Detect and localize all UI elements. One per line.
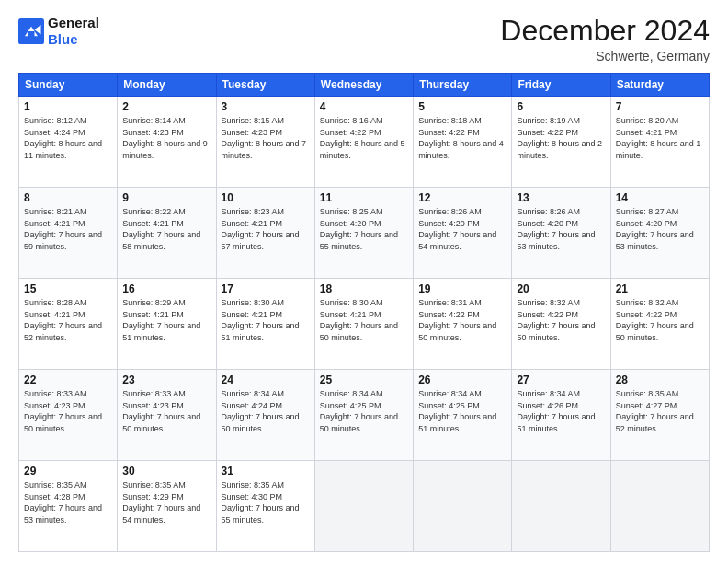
- calendar-day-cell: 10Sunrise: 8:23 AMSunset: 4:21 PMDayligh…: [216, 188, 314, 279]
- calendar-day-cell: 24Sunrise: 8:34 AMSunset: 4:24 PMDayligh…: [216, 370, 314, 461]
- calendar-day-cell: 25Sunrise: 8:34 AMSunset: 4:25 PMDayligh…: [314, 370, 413, 461]
- weekday-header: SundayMondayTuesdayWednesdayThursdayFrid…: [19, 74, 710, 97]
- day-info: Sunrise: 8:26 AMSunset: 4:20 PMDaylight:…: [418, 206, 506, 252]
- day-info: Sunrise: 8:35 AMSunset: 4:28 PMDaylight:…: [24, 479, 112, 525]
- day-number: 24: [222, 373, 310, 386]
- logo: General Blue: [18, 15, 99, 48]
- calendar-day-cell: 26Sunrise: 8:34 AMSunset: 4:25 PMDayligh…: [414, 370, 512, 461]
- weekday-header-cell: Friday: [512, 74, 610, 97]
- day-number: 8: [24, 191, 112, 204]
- day-info: Sunrise: 8:35 AMSunset: 4:30 PMDaylight:…: [222, 479, 310, 525]
- day-info: Sunrise: 8:29 AMSunset: 4:21 PMDaylight:…: [122, 297, 210, 343]
- calendar-day-cell: [314, 461, 413, 552]
- calendar-day-cell: 19Sunrise: 8:31 AMSunset: 4:22 PMDayligh…: [414, 279, 512, 370]
- day-number: 1: [24, 100, 112, 113]
- day-number: 9: [122, 191, 210, 204]
- day-info: Sunrise: 8:15 AMSunset: 4:23 PMDaylight:…: [222, 115, 310, 161]
- day-number: 20: [517, 282, 605, 295]
- day-number: 4: [320, 100, 408, 113]
- logo-text: General Blue: [48, 15, 99, 48]
- day-number: 15: [24, 282, 112, 295]
- day-info: Sunrise: 8:34 AMSunset: 4:25 PMDaylight:…: [418, 388, 506, 434]
- calendar-day-cell: 7Sunrise: 8:20 AMSunset: 4:21 PMDaylight…: [610, 97, 709, 188]
- calendar-day-cell: 1Sunrise: 8:12 AMSunset: 4:24 PMDaylight…: [19, 97, 118, 188]
- day-info: Sunrise: 8:16 AMSunset: 4:22 PMDaylight:…: [320, 115, 408, 161]
- page: General Blue December 2024 Schwerte, Ger…: [0, 0, 728, 563]
- calendar-day-cell: 9Sunrise: 8:22 AMSunset: 4:21 PMDaylight…: [118, 188, 216, 279]
- calendar-week-row: 1Sunrise: 8:12 AMSunset: 4:24 PMDaylight…: [19, 97, 710, 188]
- day-number: 14: [616, 191, 704, 204]
- day-number: 18: [320, 282, 408, 295]
- day-info: Sunrise: 8:32 AMSunset: 4:22 PMDaylight:…: [616, 297, 704, 343]
- calendar-day-cell: 27Sunrise: 8:34 AMSunset: 4:26 PMDayligh…: [512, 370, 610, 461]
- calendar-day-cell: 18Sunrise: 8:30 AMSunset: 4:21 PMDayligh…: [314, 279, 413, 370]
- day-info: Sunrise: 8:35 AMSunset: 4:27 PMDaylight:…: [616, 388, 704, 434]
- day-info: Sunrise: 8:33 AMSunset: 4:23 PMDaylight:…: [122, 388, 210, 434]
- day-number: 22: [24, 373, 112, 386]
- day-info: Sunrise: 8:30 AMSunset: 4:21 PMDaylight:…: [222, 297, 310, 343]
- day-number: 31: [222, 465, 310, 477]
- calendar-day-cell: 15Sunrise: 8:28 AMSunset: 4:21 PMDayligh…: [19, 279, 118, 370]
- calendar-day-cell: 30Sunrise: 8:35 AMSunset: 4:29 PMDayligh…: [118, 461, 216, 552]
- calendar-week-row: 22Sunrise: 8:33 AMSunset: 4:23 PMDayligh…: [19, 370, 710, 461]
- day-info: Sunrise: 8:12 AMSunset: 4:24 PMDaylight:…: [24, 115, 112, 161]
- day-number: 17: [222, 282, 310, 295]
- calendar-day-cell: 13Sunrise: 8:26 AMSunset: 4:20 PMDayligh…: [512, 188, 610, 279]
- calendar-day-cell: 28Sunrise: 8:35 AMSunset: 4:27 PMDayligh…: [610, 370, 709, 461]
- day-info: Sunrise: 8:18 AMSunset: 4:22 PMDaylight:…: [418, 115, 506, 161]
- subtitle: Schwerte, Germany: [500, 49, 710, 63]
- day-number: 7: [616, 100, 704, 113]
- main-title: December 2024: [500, 15, 710, 47]
- day-number: 13: [517, 191, 605, 204]
- day-info: Sunrise: 8:14 AMSunset: 4:23 PMDaylight:…: [122, 115, 210, 161]
- day-info: Sunrise: 8:35 AMSunset: 4:29 PMDaylight:…: [122, 479, 210, 525]
- day-info: Sunrise: 8:23 AMSunset: 4:21 PMDaylight:…: [222, 206, 310, 252]
- day-number: 6: [517, 100, 605, 113]
- calendar-table: SundayMondayTuesdayWednesdayThursdayFrid…: [18, 73, 710, 552]
- calendar-day-cell: 21Sunrise: 8:32 AMSunset: 4:22 PMDayligh…: [610, 279, 709, 370]
- calendar-day-cell: 5Sunrise: 8:18 AMSunset: 4:22 PMDaylight…: [414, 97, 512, 188]
- day-info: Sunrise: 8:28 AMSunset: 4:21 PMDaylight:…: [24, 297, 112, 343]
- day-number: 12: [418, 191, 506, 204]
- weekday-header-cell: Monday: [118, 74, 216, 97]
- day-number: 25: [320, 373, 408, 386]
- day-number: 10: [222, 191, 310, 204]
- day-number: 11: [320, 191, 408, 204]
- calendar-day-cell: 31Sunrise: 8:35 AMSunset: 4:30 PMDayligh…: [216, 461, 314, 552]
- calendar-day-cell: 2Sunrise: 8:14 AMSunset: 4:23 PMDaylight…: [118, 97, 216, 188]
- calendar-week-row: 8Sunrise: 8:21 AMSunset: 4:21 PMDaylight…: [19, 188, 710, 279]
- calendar-day-cell: [610, 461, 709, 552]
- day-number: 27: [517, 373, 605, 386]
- day-info: Sunrise: 8:21 AMSunset: 4:21 PMDaylight:…: [24, 206, 112, 252]
- calendar-day-cell: 12Sunrise: 8:26 AMSunset: 4:20 PMDayligh…: [414, 188, 512, 279]
- calendar-body: 1Sunrise: 8:12 AMSunset: 4:24 PMDaylight…: [19, 97, 710, 552]
- day-info: Sunrise: 8:32 AMSunset: 4:22 PMDaylight:…: [517, 297, 605, 343]
- calendar-day-cell: 22Sunrise: 8:33 AMSunset: 4:23 PMDayligh…: [19, 370, 118, 461]
- day-info: Sunrise: 8:25 AMSunset: 4:20 PMDaylight:…: [320, 206, 408, 252]
- weekday-header-cell: Tuesday: [216, 74, 314, 97]
- logo-icon: [18, 18, 44, 44]
- calendar-day-cell: [414, 461, 512, 552]
- weekday-header-cell: Wednesday: [314, 74, 413, 97]
- day-number: 28: [616, 373, 704, 386]
- calendar-day-cell: [512, 461, 610, 552]
- calendar-day-cell: 16Sunrise: 8:29 AMSunset: 4:21 PMDayligh…: [118, 279, 216, 370]
- day-number: 21: [616, 282, 704, 295]
- calendar-day-cell: 29Sunrise: 8:35 AMSunset: 4:28 PMDayligh…: [19, 461, 118, 552]
- calendar-day-cell: 14Sunrise: 8:27 AMSunset: 4:20 PMDayligh…: [610, 188, 709, 279]
- day-number: 30: [122, 465, 210, 477]
- calendar-day-cell: 8Sunrise: 8:21 AMSunset: 4:21 PMDaylight…: [19, 188, 118, 279]
- day-info: Sunrise: 8:26 AMSunset: 4:20 PMDaylight:…: [517, 206, 605, 252]
- day-number: 23: [122, 373, 210, 386]
- calendar-week-row: 15Sunrise: 8:28 AMSunset: 4:21 PMDayligh…: [19, 279, 710, 370]
- weekday-header-cell: Saturday: [610, 74, 709, 97]
- svg-rect-2: [28, 31, 35, 38]
- calendar-day-cell: 20Sunrise: 8:32 AMSunset: 4:22 PMDayligh…: [512, 279, 610, 370]
- title-block: December 2024 Schwerte, Germany: [500, 15, 710, 63]
- day-info: Sunrise: 8:19 AMSunset: 4:22 PMDaylight:…: [517, 115, 605, 161]
- day-info: Sunrise: 8:34 AMSunset: 4:26 PMDaylight:…: [517, 388, 605, 434]
- day-number: 29: [24, 465, 112, 477]
- weekday-header-cell: Sunday: [19, 74, 118, 97]
- day-number: 26: [418, 373, 506, 386]
- header: General Blue December 2024 Schwerte, Ger…: [18, 15, 710, 63]
